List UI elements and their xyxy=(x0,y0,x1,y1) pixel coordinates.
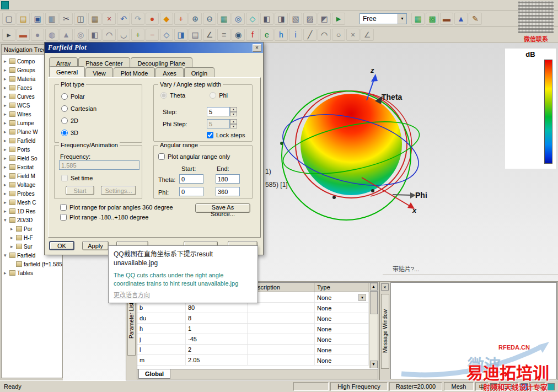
param-name-cell[interactable]: b xyxy=(137,303,186,313)
param-description-cell[interactable] xyxy=(248,334,315,344)
polar-360-checkbox[interactable]: Plot range for polar angles 360 degree xyxy=(60,203,173,211)
tree-expand-icon[interactable]: ▸ xyxy=(4,191,9,196)
tree-expand-icon[interactable]: ▸ xyxy=(10,244,16,249)
j[interactable]: j -45 None xyxy=(137,334,369,345)
dialog-tab[interactable]: Decoupling Plane xyxy=(131,57,192,67)
mesh-view-icon[interactable]: ▦ xyxy=(411,13,425,25)
cylinder-icon[interactable]: ◍ xyxy=(45,29,58,41)
menu-item[interactable] xyxy=(58,4,66,7)
zoom-in-icon[interactable]: ⊕ xyxy=(189,13,202,25)
tree-expand-icon[interactable]: ▸ xyxy=(4,76,9,82)
working-plane-icon[interactable]: + xyxy=(174,13,187,25)
menu-item[interactable] xyxy=(42,4,50,7)
phi-start-input[interactable] xyxy=(179,187,203,196)
phi-step-spinner[interactable]: ▲ ▼ xyxy=(230,119,237,128)
tree-expand-icon[interactable]: ▸ xyxy=(4,67,9,73)
undo-icon[interactable]: ↶ xyxy=(117,13,130,25)
param-value-cell[interactable]: 8 xyxy=(186,313,248,323)
du[interactable]: du 8 None xyxy=(137,313,369,324)
menu-item[interactable] xyxy=(50,4,58,7)
tooltip-language-link[interactable]: 更改语言方向 xyxy=(114,290,150,299)
param-name-cell[interactable]: m xyxy=(137,355,186,365)
plot-type-option[interactable]: Cartesian xyxy=(61,105,96,112)
global-tab[interactable]: Global xyxy=(138,369,170,379)
delete-icon[interactable]: × xyxy=(103,13,116,25)
settings-button[interactable]: Settings... xyxy=(101,186,136,195)
redo-icon[interactable]: ↷ xyxy=(131,13,144,25)
tree-expand-icon[interactable]: ▸ xyxy=(4,155,9,161)
tree-expand-icon[interactable]: ▸ xyxy=(10,235,16,240)
macro-edit-icon[interactable]: ✎ xyxy=(469,13,482,25)
tree-expand-icon[interactable]: ▸ xyxy=(4,85,9,90)
tree-expand-icon[interactable]: ▸ xyxy=(4,270,9,276)
param-value-cell[interactable]: -45 xyxy=(186,334,248,344)
menu-item[interactable] xyxy=(66,4,73,7)
spin-up-icon[interactable]: ▲ xyxy=(230,119,237,124)
efield-result-icon[interactable]: e xyxy=(260,29,273,41)
tree-expand-icon[interactable]: ▸ xyxy=(4,138,9,143)
wcs-icon[interactable]: ◎ xyxy=(232,13,245,25)
scroll-up-icon[interactable]: ▲ xyxy=(370,283,378,291)
param-name-cell[interactable]: du xyxy=(137,313,186,323)
param-value-cell[interactable]: 1 xyxy=(186,324,248,334)
save-icon[interactable]: ▣ xyxy=(31,13,44,25)
scrollbar-thumb[interactable] xyxy=(370,291,378,314)
align-icon[interactable]: ▤ xyxy=(189,29,202,41)
tree-expand-icon[interactable]: ▸ xyxy=(4,164,9,170)
print-icon[interactable]: ▥ xyxy=(45,13,58,25)
tree-expand-icon[interactable]: ▸ xyxy=(4,103,9,108)
tree-expand-icon[interactable]: ▸ xyxy=(4,129,9,135)
range-180-checkbox[interactable]: Plot range -180..+180 degree xyxy=(60,213,148,221)
boolean-subtract-icon[interactable]: − xyxy=(146,29,159,41)
param-type-cell[interactable]: None xyxy=(315,303,369,313)
torus-icon[interactable]: ◎ xyxy=(74,29,87,41)
param-name-cell[interactable]: h xyxy=(137,324,186,334)
wireframe-icon[interactable]: ▨ xyxy=(303,13,316,25)
ok-button[interactable]: OK xyxy=(49,241,74,250)
set-time-checkbox[interactable]: Set time xyxy=(61,174,93,182)
loft-icon[interactable]: ◠ xyxy=(103,29,116,41)
param-type-cell[interactable]: None xyxy=(315,345,369,355)
plot-type-option[interactable]: Polar xyxy=(61,93,96,100)
table-scrollbar[interactable]: ▲ ▼ xyxy=(369,283,378,368)
extrude-icon[interactable]: ◧ xyxy=(88,29,101,41)
start-button[interactable]: Start xyxy=(66,186,94,195)
menu-item[interactable] xyxy=(35,4,42,7)
menu-item[interactable] xyxy=(19,4,27,7)
param-name-cell[interactable]: j xyxy=(137,334,186,344)
zoom-out-icon[interactable]: ⊖ xyxy=(203,13,216,25)
menu-item[interactable] xyxy=(27,4,35,7)
spin-up-icon[interactable]: ▲ xyxy=(230,107,237,112)
transform-icon[interactable]: ◇ xyxy=(160,29,173,41)
farfield-3d-plot[interactable]: z Theta Phi x xyxy=(254,61,452,232)
select-icon[interactable]: ▸ xyxy=(2,29,15,41)
history-icon[interactable]: ≡ xyxy=(217,29,230,41)
param-description-cell[interactable] xyxy=(248,303,315,313)
apply-button[interactable]: Apply xyxy=(82,241,109,250)
param-description-cell[interactable] xyxy=(248,345,315,355)
results-chart-icon[interactable]: ▲ xyxy=(454,13,468,25)
message-window-close-button[interactable]: × xyxy=(381,283,389,291)
arc-curve-icon[interactable]: ◠ xyxy=(318,29,331,41)
ime-indicator[interactable]: 中 xyxy=(475,382,489,391)
pick-point-icon[interactable]: ● xyxy=(146,13,159,25)
param-type-cell[interactable]: None xyxy=(315,313,369,323)
tree-expand-icon[interactable]: ▸ xyxy=(4,200,9,205)
tree-expand-icon[interactable]: ▸ xyxy=(4,147,9,152)
dialog-title-bar[interactable]: Farfield Plot × xyxy=(45,42,263,53)
frequency-input[interactable] xyxy=(59,160,140,170)
cut-icon[interactable]: ✂ xyxy=(60,13,73,25)
plot-type-option[interactable]: 2D xyxy=(61,117,96,125)
scroll-down-icon[interactable]: ▼ xyxy=(370,361,378,368)
tree-expand-icon[interactable]: ▸ xyxy=(4,208,9,214)
plot-angular-range-only-checkbox[interactable]: Plot angular range only xyxy=(158,153,230,160)
menu-item[interactable] xyxy=(96,4,104,7)
copy-icon[interactable]: ◫ xyxy=(74,13,87,25)
param-type-cell[interactable]: None▾ xyxy=(315,292,369,302)
param-name-cell[interactable]: l xyxy=(137,345,186,355)
line-curve-icon[interactable]: ╱ xyxy=(303,29,316,41)
dialog-tab[interactable]: Phase Center xyxy=(78,57,130,67)
param-type-cell[interactable]: None xyxy=(315,334,369,344)
dialog-tab[interactable]: Axes xyxy=(155,67,183,78)
step-spinner[interactable]: ▲ ▼ xyxy=(230,107,237,116)
